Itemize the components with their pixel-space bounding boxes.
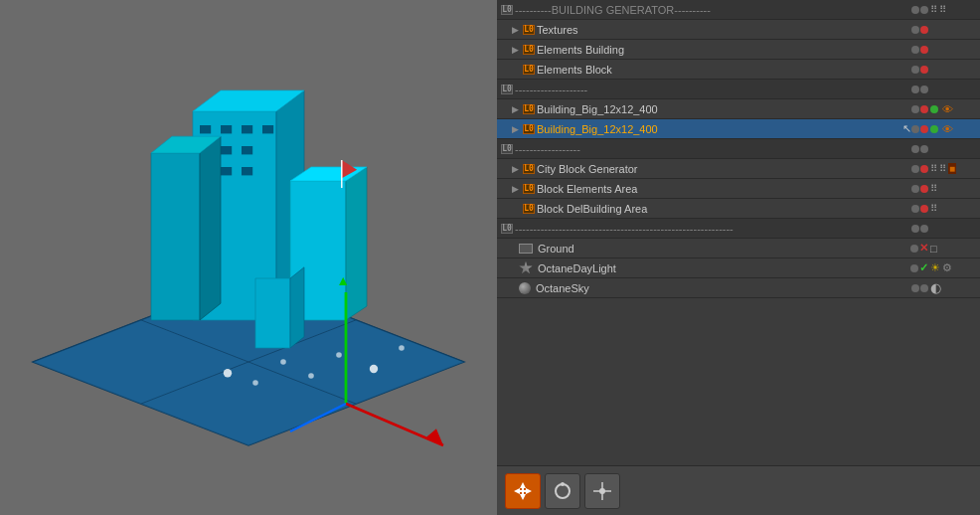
- expand-icon-building-big-1[interactable]: ▶: [509, 103, 521, 115]
- layer-row-building-generator[interactable]: L0 ----------BUILDING GENERATOR---------…: [497, 0, 980, 20]
- lo-icon-building-gen: L0: [501, 5, 513, 15]
- layer-row-elements-building[interactable]: ▶ L0 Elements Building: [497, 40, 980, 60]
- right-icons-sky: ◐: [930, 280, 980, 295]
- vis-dot-city-block: [911, 165, 919, 173]
- svg-marker-23: [200, 136, 221, 320]
- lock-dot-building-gen: [920, 6, 928, 14]
- svg-point-35: [252, 380, 258, 386]
- vis-dot-elem-building: [911, 46, 919, 54]
- layer-controls-building-big-1: [911, 105, 928, 113]
- lock-dot-block-elem-area: [920, 185, 928, 193]
- svg-point-44: [561, 482, 565, 486]
- green-dot-bb1: [930, 105, 938, 113]
- svg-text:▲: ▲: [336, 272, 350, 288]
- vis-dot-sep1: [911, 86, 919, 93]
- layer-controls-sep2: [911, 145, 928, 153]
- expand-icon-city-block[interactable]: ▶: [509, 163, 521, 175]
- layer-row-ground[interactable]: ▶ Ground ✕ □: [497, 239, 980, 258]
- layer-row-building-big-2[interactable]: ▶ L0 Building_Big_12x12_400 ↖ 👁: [497, 119, 980, 139]
- orange-square-icon: ■: [948, 163, 956, 174]
- lock-dot-textures: [920, 26, 928, 34]
- rotate-tool-button[interactable]: [545, 473, 580, 509]
- octane-daylight-label: OctaneDayLight: [538, 262, 910, 274]
- svg-marker-26: [290, 267, 304, 348]
- layer-row-octane-daylight[interactable]: ▶ OctaneDayLight ✓ ☀ ⚙: [497, 258, 980, 278]
- svg-rect-18: [242, 167, 252, 175]
- svg-rect-15: [242, 146, 252, 154]
- expand-icon-textures[interactable]: ▶: [509, 24, 521, 36]
- block-del-building-area-label: Block DelBuilding Area: [537, 203, 911, 215]
- vis-dot-block-del: [911, 205, 919, 213]
- vis-dot-building-big-2: [911, 125, 919, 133]
- lock-dot-block-del: [920, 205, 928, 213]
- svg-rect-9: [200, 125, 211, 133]
- cursor-indicator: ↖: [902, 122, 911, 135]
- vis-dot-ground: [910, 245, 918, 253]
- lock-dot-sky: [920, 284, 928, 292]
- svg-marker-20: [346, 167, 367, 320]
- elements-building-label: Elements Building: [537, 44, 911, 56]
- layer-row-textures[interactable]: ▶ L0 Textures: [497, 20, 980, 40]
- block-elements-area-label: Block Elements Area: [537, 183, 911, 195]
- svg-point-39: [370, 365, 378, 373]
- sep2-label: ------------------: [515, 143, 911, 155]
- svg-point-37: [308, 373, 314, 379]
- green-dot-bb2: [930, 125, 938, 133]
- svg-rect-17: [221, 167, 232, 175]
- layer-row-elements-block[interactable]: ▶ L0 Elements Block: [497, 60, 980, 80]
- vis-dot-elem-block: [911, 66, 919, 74]
- layer-row-sep1: L0 --------------------: [497, 80, 980, 99]
- lo-icon-textures: L0: [523, 25, 535, 35]
- bottom-toolbar: [497, 465, 980, 515]
- expand-icon-building-big-2[interactable]: ▶: [509, 123, 521, 135]
- layer-controls-building-big-2: [911, 125, 928, 133]
- right-panel: L0 ----------BUILDING GENERATOR---------…: [497, 0, 980, 515]
- layer-row-building-big-1[interactable]: ▶ L0 Building_Big_12x12_400 👁: [497, 99, 980, 119]
- svg-marker-25: [255, 278, 290, 348]
- lo-icon-sep1: L0: [501, 85, 513, 94]
- building-big-1-label: Building_Big_12x12_400: [537, 103, 911, 115]
- lo-icon-sep2: L0: [501, 144, 513, 154]
- move-tool-button[interactable]: [505, 473, 541, 509]
- layer-row-octane-sky[interactable]: ▶ OctaneSky ◐: [497, 278, 980, 298]
- expand-icon-elem-building[interactable]: ▶: [509, 44, 521, 56]
- gear-icon-daylight: ⚙: [942, 261, 952, 274]
- octane-sky-label: OctaneSky: [536, 282, 911, 294]
- layer-row-city-block-generator[interactable]: ▶ L0 City Block Generator ⠿ ⠿ ■: [497, 159, 980, 179]
- svg-point-36: [280, 359, 286, 365]
- svg-rect-10: [221, 125, 232, 133]
- svg-rect-14: [221, 146, 232, 154]
- svg-rect-11: [242, 125, 252, 133]
- expand-icon-block-elem-area[interactable]: ▶: [509, 183, 521, 195]
- layer-controls-building-gen: [911, 6, 928, 14]
- lo-icon-block-elem-area: L0: [523, 184, 535, 194]
- square-outline-icon: □: [930, 243, 937, 255]
- ground-plane-icon: [519, 244, 533, 254]
- right-icons-ground: □: [930, 243, 980, 255]
- lo-icon-building-big-1: L0: [523, 104, 535, 114]
- svg-marker-22: [151, 153, 200, 320]
- lo-icon-elem-block: L0: [523, 65, 535, 75]
- right-icons-city-block: ⠿ ⠿ ■: [930, 163, 980, 174]
- layer-controls-ground: ✕: [910, 242, 928, 255]
- vis-dot-sep2: [911, 145, 919, 153]
- lock-dot-sep1: [920, 86, 928, 93]
- layer-row-block-del-building-area[interactable]: ▶ L0 Block DelBuilding Area ⠿: [497, 199, 980, 219]
- lo-icon-block-del: L0: [523, 204, 535, 214]
- layer-row-block-elements-area[interactable]: ▶ L0 Block Elements Area ⠿: [497, 179, 980, 199]
- lo-icon-sep3: L0: [501, 224, 513, 234]
- right-icons-building-big-1: 👁: [930, 103, 980, 115]
- eye-orange-icon-bb1: 👁: [942, 103, 953, 115]
- city-block-generator-label: City Block Generator: [537, 163, 911, 175]
- lock-dot-city-block: [920, 165, 928, 173]
- viewport[interactable]: ▲: [0, 0, 497, 515]
- right-icons-block-del: ⠿: [930, 203, 980, 214]
- grid-icon-block-elem-area: ⠿: [930, 183, 937, 194]
- right-icons-building-big-2: 👁: [930, 123, 980, 135]
- sep3-label: ----------------------------------------…: [515, 223, 911, 235]
- scale-tool-button[interactable]: [584, 473, 620, 509]
- grid-icon-2: ⠿: [939, 4, 946, 15]
- sphere-icon: [519, 282, 531, 294]
- layer-controls-daylight: ✓: [910, 261, 928, 274]
- grid-icon-block-del: ⠿: [930, 203, 937, 214]
